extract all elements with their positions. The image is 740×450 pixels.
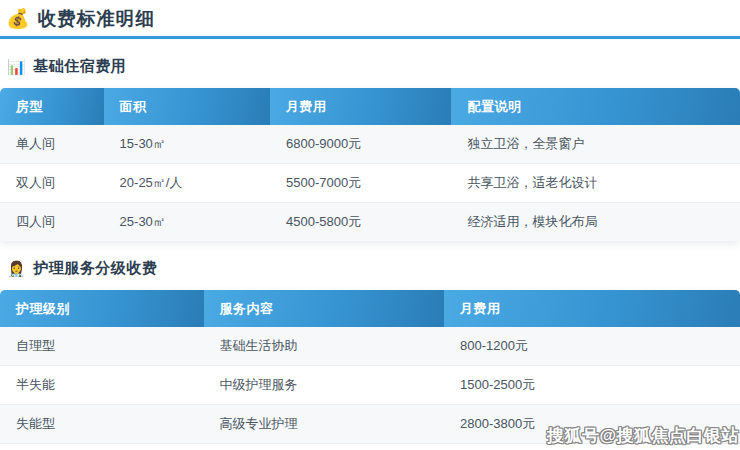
table-cell: 基础生活协助 [204,327,445,366]
table-row: 半失能中级护理服务1500-2500元 [0,366,740,405]
page: 💰 收费标准明细 📊 基础住宿费用 房型面积月费用配置说明 单人间15-30㎡6… [0,0,740,450]
column-header: 房型 [0,88,104,125]
table-cell: 5500-7000元 [270,164,451,203]
nurse-icon: 👩‍⚕️ [7,261,26,276]
page-title: 收费标准明细 [38,6,155,31]
section-heading-accommodation: 📊 基础住宿费用 [0,57,740,76]
table-cell: 800-1200元 [444,327,740,366]
accommodation-fees-table: 房型面积月费用配置说明 单人间15-30㎡6800-9000元独立卫浴，全景窗户… [0,88,740,241]
section-title: 护理服务分级收费 [33,259,157,278]
table-cell: 四人间 [0,203,104,241]
table-cell: 高级专业护理 [204,405,445,444]
column-header: 月费用 [270,88,451,125]
table-cell: 独立卫浴，全景窗户 [451,125,740,164]
table-body: 自理型基础生活协助800-1200元半失能中级护理服务1500-2500元失能型… [0,327,740,450]
table-cell: 双人间 [0,164,104,203]
table-cell: 20-25㎡/人 [104,164,271,203]
table-row: 自理型基础生活协助800-1200元 [0,327,740,366]
table-cell: 25-30㎡ [104,203,271,241]
table-cell: 特殊专业护理 [204,444,445,450]
table-cell: 中级护理服务 [204,366,445,405]
table-header-row: 房型面积月费用配置说明 [0,88,740,125]
table-cell: 1500-2500元 [444,366,740,405]
table-cell: 单人间 [0,125,104,164]
table-row: 认知症照护特殊专业护理3500-4500元 [0,444,740,450]
money-bag-icon: 💰 [6,9,30,28]
table-cell: 共享卫浴，适老化设计 [451,164,740,203]
table-cell: 6800-9000元 [270,125,451,164]
table-cell: 认知症照护 [0,444,204,450]
header-row: 护理级别服务内容月费用 [0,290,740,327]
table-body: 单人间15-30㎡6800-9000元独立卫浴，全景窗户双人间20-25㎡/人5… [0,125,740,241]
table-cell: 15-30㎡ [104,125,271,164]
nursing-fees-table: 护理级别服务内容月费用 自理型基础生活协助800-1200元半失能中级护理服务1… [0,290,740,450]
column-header: 配置说明 [451,88,740,125]
column-header: 面积 [104,88,271,125]
table-cell: 2800-3800元 [444,405,740,444]
table-cell: 自理型 [0,327,204,366]
table-row: 双人间20-25㎡/人5500-7000元共享卫浴，适老化设计 [0,164,740,203]
table-cell: 半失能 [0,366,204,405]
section-nursing-fees: 👩‍⚕️ 护理服务分级收费 护理级别服务内容月费用 自理型基础生活协助800-1… [0,259,740,450]
table-cell: 4500-5800元 [270,203,451,241]
column-header: 护理级别 [0,290,204,327]
column-header: 服务内容 [204,290,445,327]
section-title: 基础住宿费用 [33,57,126,76]
bar-chart-icon: 📊 [7,59,26,74]
header-row: 房型面积月费用配置说明 [0,88,740,125]
page-header: 💰 收费标准明细 [0,0,740,39]
table-row: 失能型高级专业护理2800-3800元 [0,405,740,444]
table-cell: 失能型 [0,405,204,444]
column-header: 月费用 [444,290,740,327]
section-accommodation-fees: 📊 基础住宿费用 房型面积月费用配置说明 单人间15-30㎡6800-9000元… [0,57,740,241]
table-row: 单人间15-30㎡6800-9000元独立卫浴，全景窗户 [0,125,740,164]
section-heading-nursing: 👩‍⚕️ 护理服务分级收费 [0,259,740,278]
table-cell: 经济适用，模块化布局 [451,203,740,241]
table-row: 四人间25-30㎡4500-5800元经济适用，模块化布局 [0,203,740,241]
table-header-row: 护理级别服务内容月费用 [0,290,740,327]
table-cell: 3500-4500元 [444,444,740,450]
